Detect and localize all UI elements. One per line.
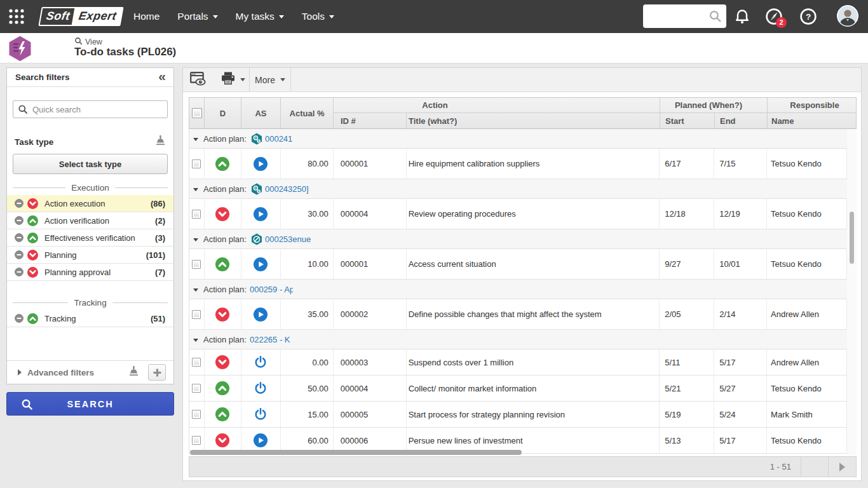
sidebar-item-effectiveness-verification[interactable]: Effectiveness verification(3)	[7, 229, 173, 247]
task-row[interactable]: 50.00000004Collect/ monitor market infor…	[189, 376, 847, 402]
status-play-icon	[254, 257, 268, 271]
cell-id-value: 000006	[341, 436, 368, 445]
task-row[interactable]: 0.00000003Suspend costs over 1 million5/…	[189, 349, 847, 376]
nav-item-portals[interactable]: Portals	[168, 0, 226, 33]
deadline-down-icon	[215, 355, 229, 369]
page-header: View To-do tasks (PL026)	[0, 33, 868, 64]
column-header-start[interactable]: Start	[660, 113, 715, 128]
cell-title-value: Start process for strategy planning revi…	[409, 410, 565, 419]
row-checkbox[interactable]	[192, 358, 201, 367]
minus-circle-icon[interactable]	[15, 314, 24, 323]
vertical-scrollbar-thumb[interactable]	[850, 212, 854, 264]
row-checkbox[interactable]	[192, 310, 201, 319]
sidebar-item-planning[interactable]: Planning(101)	[7, 247, 173, 264]
nav-item-my-tasks[interactable]: My tasks	[227, 0, 293, 33]
cell-title-value: Suspend costs over 1 million	[409, 358, 513, 367]
tasks-table: DASActual %ActionID #Title (what?)Planne…	[189, 97, 857, 456]
column-header-responsible[interactable]: Responsible	[768, 98, 857, 113]
cell-title: Access current situation	[407, 249, 660, 279]
top-navigation: HomePortalsMy tasksTools	[125, 0, 343, 33]
minus-circle-icon[interactable]	[15, 233, 24, 242]
column-header-planned[interactable]: Planned (When?)	[660, 98, 768, 113]
help-icon[interactable]: ?	[799, 7, 818, 26]
minus-circle-icon[interactable]	[15, 250, 24, 259]
notifications-bell-icon[interactable]	[733, 7, 752, 26]
chevron-down-circle-icon	[27, 250, 38, 261]
search-button[interactable]: SEARCH	[6, 392, 174, 416]
sidebar-item-action-verification[interactable]: Action verification(2)	[7, 212, 173, 229]
action-plan-link[interactable]: 022265 - K	[250, 335, 290, 344]
sidebar-item-tracking[interactable]: Tracking(51)	[7, 310, 173, 327]
task-row[interactable]: 10.00000001Access current situation9/271…	[189, 249, 847, 280]
row-checkbox[interactable]	[192, 159, 201, 168]
search-icon[interactable]	[709, 10, 722, 25]
sidebar-item-action-execution[interactable]: Action execution(86)	[7, 195, 173, 212]
row-checkbox[interactable]	[192, 260, 201, 269]
add-filter-button[interactable]	[148, 364, 166, 381]
row-checkbox[interactable]	[192, 410, 201, 419]
advanced-filters-label[interactable]: Advanced filters	[27, 368, 94, 377]
cell-actual-percent: 10.00	[281, 249, 334, 279]
task-row[interactable]: 35.00000002Define possible changes that …	[189, 299, 847, 330]
column-header-as[interactable]: AS	[241, 98, 281, 128]
row-checkbox[interactable]	[192, 436, 201, 445]
select-all-checkbox[interactable]	[192, 108, 202, 118]
nav-item-home[interactable]: Home	[125, 0, 168, 33]
minus-circle-icon[interactable]	[15, 216, 24, 225]
action-plan-link[interactable]: 000241	[265, 134, 292, 144]
vertical-scrollbar[interactable]	[847, 129, 857, 456]
cell-select	[189, 299, 205, 329]
collapse-group-icon[interactable]	[193, 339, 198, 342]
pending-tasks-gauge-icon[interactable]: 2	[764, 7, 783, 26]
task-row[interactable]: 30.00000004Review operating procedures12…	[189, 199, 847, 229]
minus-circle-icon[interactable]	[15, 199, 24, 208]
column-header-d[interactable]: D	[205, 98, 241, 128]
app-grid-icon[interactable]	[8, 8, 25, 25]
task-row[interactable]: 15.00000005Start process for strategy pl…	[189, 402, 847, 428]
nav-item-tools[interactable]: Tools	[293, 0, 343, 33]
cell-actual-percent-value: 30.00	[308, 209, 329, 219]
clear-advanced-filters-icon[interactable]	[128, 365, 139, 380]
column-header-end[interactable]: End	[715, 113, 768, 128]
more-button-label: More	[255, 75, 275, 85]
column-select-all[interactable]	[189, 98, 205, 128]
next-page-button[interactable]	[829, 457, 856, 477]
filter-item-count: (2)	[155, 216, 165, 226]
search-filters-header: Search filters «	[7, 68, 173, 87]
column-header-actual[interactable]: Actual %	[281, 98, 334, 128]
collapse-group-icon[interactable]	[193, 288, 198, 292]
task-row[interactable]: 80.00000001Hire equipment calibration su…	[189, 149, 847, 179]
toolbar: More	[183, 68, 861, 92]
row-checkbox[interactable]	[192, 210, 201, 219]
cell-action-status	[241, 299, 281, 329]
table-body: Action plan:00024180.00000001Hire equipm…	[189, 129, 847, 454]
row-checkbox[interactable]	[192, 384, 201, 393]
column-header-id[interactable]: ID #	[334, 113, 407, 128]
column-header-action[interactable]: Action	[334, 98, 660, 113]
print-dropdown-caret-icon[interactable]	[240, 78, 245, 81]
collapse-group-icon[interactable]	[193, 138, 198, 141]
preview-button[interactable]	[183, 68, 212, 92]
action-plan-link[interactable]: 000253enue	[265, 234, 311, 244]
column-header-name[interactable]: Name	[768, 113, 857, 128]
action-plan-link[interactable]: 000259 - Ap	[250, 285, 293, 294]
column-header-title[interactable]: Title (what?)	[407, 113, 660, 128]
quick-search-input[interactable]	[13, 100, 168, 118]
softexpert-logo[interactable]: Soft Expert	[40, 6, 122, 27]
cell-title-value: Review operating procedures	[409, 209, 516, 219]
advanced-filters-expand-icon[interactable]	[18, 369, 22, 376]
collapse-group-icon[interactable]	[193, 238, 198, 241]
action-plan-link[interactable]: 000243250]	[265, 184, 309, 194]
sidebar-item-planning-approval[interactable]: Planning approval(7)	[7, 264, 173, 281]
user-avatar[interactable]	[837, 5, 858, 27]
logo-part-expert: Expert	[71, 7, 123, 26]
horizontal-scrollbar-thumb[interactable]	[190, 450, 522, 455]
collapse-sidebar-icon[interactable]: «	[158, 70, 166, 83]
print-button[interactable]	[212, 68, 249, 92]
cell-name: Tetsuo Kendo	[767, 428, 847, 453]
select-task-type-button[interactable]: Select task type	[13, 154, 168, 174]
more-button[interactable]: More	[250, 68, 290, 92]
clear-task-type-icon[interactable]	[155, 135, 166, 149]
collapse-group-icon[interactable]	[193, 188, 198, 191]
minus-circle-icon[interactable]	[15, 268, 24, 276]
